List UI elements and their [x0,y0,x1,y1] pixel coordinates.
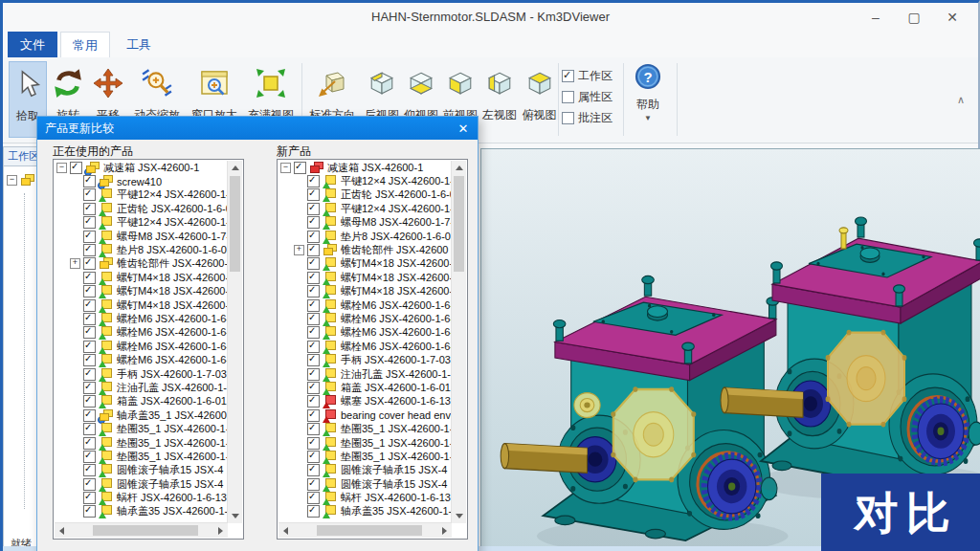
dialog-title-bar[interactable]: 产品更新比较 ✕ [37,117,478,140]
tree-item[interactable]: 垫片8 JSX-42600-1-6-05 [278,230,452,243]
item-checkbox[interactable] [83,188,96,201]
item-checkbox[interactable] [307,285,320,298]
current-product-tree[interactable]: − 减速箱 JSX-42600-1 screw410 平键12×4 JSX- [53,159,244,540]
horizontal-scrollbar[interactable] [278,522,452,538]
item-checkbox[interactable] [83,437,96,450]
item-checkbox[interactable] [83,409,96,422]
item-checkbox[interactable] [83,244,96,256]
close-icon[interactable]: ✕ [938,7,967,28]
tree-item[interactable]: 平键12×4 JSX-42600-1- [55,216,228,230]
tab-file[interactable]: 文件 [8,32,57,57]
item-checkbox[interactable] [307,505,320,518]
item-checkbox[interactable] [70,162,82,174]
tree-item[interactable]: 箱盖 JSX-42600-1-6-012 [278,381,452,394]
tree-item[interactable]: 螺母M8 JSX-42600-1-7- [55,230,228,243]
tree-item[interactable]: 螺钉M4×18 JSX-42600- [55,285,228,298]
tree-item[interactable]: 螺栓M6 JSX-42600-1-6- [278,326,452,340]
scroll-down-icon[interactable] [456,514,463,518]
tree-item[interactable]: 垫圈35_1 JSX-42600-1-1 [278,436,452,450]
item-checkbox[interactable] [307,244,320,256]
vertical-scrollbar[interactable] [451,161,466,523]
tree-item[interactable]: 正齿轮 JSX-42600-1-6-0 [55,202,228,215]
workspace-tree-root[interactable]: − [7,174,37,187]
expander-icon[interactable]: + [70,258,80,269]
tree-item[interactable]: 圆锥滚子轴承15 JSX-4 [55,477,228,491]
item-checkbox[interactable] [307,326,320,339]
tree-item[interactable]: 圆锥滚子轴承15 JSX-4 [278,477,452,491]
item-checkbox[interactable] [83,368,96,381]
tree-item[interactable]: 圆锥滚子轴承15 JSX-4 [278,464,452,477]
tree-item[interactable]: 螺栓M6 JSX-42600-1-6- [55,340,228,353]
checkbox-icon[interactable] [562,112,574,124]
item-checkbox[interactable] [83,203,96,215]
item-checkbox[interactable] [307,203,320,215]
tree-item[interactable]: − 减速箱 JSX-42600-1 [55,161,228,174]
tree-item[interactable]: 轴承盖35 JSX-42600-1- [55,505,228,518]
item-checkbox[interactable] [307,423,320,435]
horizontal-scrollbar[interactable] [55,522,228,538]
scrollbar-thumb[interactable] [230,176,240,272]
tree-item[interactable]: 手柄 JSX-42600-1-7-03 [278,353,452,366]
tree-item[interactable]: 螺栓M6 JSX-42600-1-6- [278,298,452,312]
item-checkbox[interactable] [307,478,320,491]
tree-item[interactable]: 注油孔盖 JSX-42600-1- [278,367,452,381]
tree-item[interactable]: 平键12×4 JSX-42600-1- [278,174,452,187]
expander-icon[interactable]: − [56,163,67,173]
item-checkbox[interactable] [83,395,96,408]
tree-item[interactable]: 螺钉M4×18 JSX-42600- [55,271,228,284]
display-checkbox[interactable]: 工作区 [562,65,617,86]
item-checkbox[interactable] [83,354,96,366]
item-checkbox[interactable] [83,464,96,476]
scroll-right-icon[interactable] [442,527,447,535]
tree-item[interactable]: 螺栓M6 JSX-42600-1-6- [55,353,228,366]
tree-item[interactable]: 垫圈35_1 JSX-42600-1-1 [55,450,228,463]
item-checkbox[interactable] [83,231,96,243]
tree-item[interactable]: 垫片8 JSX-42600-1-6-05 [55,243,228,256]
item-checkbox[interactable] [307,231,320,243]
item-checkbox[interactable] [83,382,96,394]
tree-item[interactable]: 垫圈35_1 JSX-42600-1-1 [55,422,228,435]
help-button[interactable]: ? 帮助 ▼ [627,63,669,122]
item-checkbox[interactable] [83,341,96,353]
ribbon-collapse-icon[interactable]: ∧ [957,94,965,106]
workspace-panel-header[interactable]: 工作区 [4,147,36,166]
tree-item[interactable]: 垫圈35_1 JSX-42600-1-1 [278,450,452,463]
tree-item[interactable]: − 减速箱 JSX-42600-1 [278,161,452,174]
tree-item[interactable]: 螺钉M4×18 JSX-42600- [278,271,452,284]
scroll-down-icon[interactable] [232,514,239,518]
item-checkbox[interactable] [307,382,320,394]
tree-item[interactable]: 注油孔盖 JSX-42600-1- [55,381,228,394]
tree-item[interactable]: 螺钉M4×18 JSX-42600- [278,257,452,271]
tree-item[interactable]: 正齿轮 JSX-42600-1-6-0 [278,188,452,202]
display-checkbox[interactable]: 批注区 [562,107,617,128]
maximize-icon[interactable]: ▢ [900,7,928,28]
tree-item[interactable]: 螺栓M6 JSX-42600-1-6- [55,326,228,340]
left-view-button[interactable]: 左视图 [480,61,519,138]
tree-item[interactable]: 平键12×4 JSX-42600-1- [278,202,452,215]
scroll-left-icon[interactable] [283,527,288,535]
item-checkbox[interactable] [83,175,96,187]
tree-item[interactable]: 轴承盖35_1 JSX-42600- [55,408,228,422]
tree-item[interactable]: bearing cover head enve [278,408,452,422]
tree-item[interactable]: 箱盖 JSX-42600-1-6-012 [55,395,228,408]
tree-item[interactable]: screw410 [55,174,228,187]
item-checkbox[interactable] [307,216,320,229]
item-checkbox[interactable] [83,257,96,270]
tree-item[interactable]: 螺塞 JSX-42600-1-6-13 [278,395,452,408]
tree-item[interactable]: 平键12×4 JSX-42600-1- [55,188,228,202]
tree-item[interactable]: 手柄 JSX-42600-1-7-03 [55,367,228,381]
tree-item[interactable]: 蜗杆 JSX-42600-1-6-131 [55,491,228,504]
tree-item[interactable]: + 锥齿轮部件 JSX-42600 [278,243,452,256]
tree-item[interactable]: 螺栓M6 JSX-42600-1-6- [278,340,452,353]
tree-item[interactable]: 轴承盖35 JSX-42600-1- [278,505,452,518]
scrollbar-thumb[interactable] [317,525,422,536]
scroll-up-icon[interactable] [232,165,239,170]
item-checkbox[interactable] [83,313,96,325]
item-checkbox[interactable] [307,188,320,201]
item-checkbox[interactable] [83,478,96,491]
checkbox-icon[interactable] [562,91,574,103]
scrollbar-thumb[interactable] [93,525,198,536]
tree-item[interactable]: + 锥齿轮部件 JSX-42600- [55,257,228,271]
tree-item[interactable]: 螺钉M4×18 JSX-42600- [55,298,228,312]
item-checkbox[interactable] [83,451,96,463]
